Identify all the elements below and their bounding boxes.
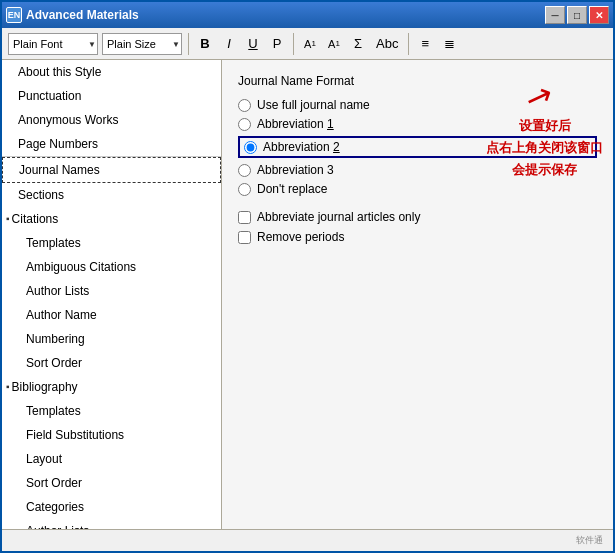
sidebar-item-categories[interactable]: Categories xyxy=(2,495,221,519)
sidebar-item-author-name[interactable]: Author Name xyxy=(2,303,221,327)
bibliography-expand-icon: ▪ xyxy=(6,378,10,396)
sidebar-item-cit-templates[interactable]: Templates xyxy=(2,231,221,255)
sidebar-item-sort-order[interactable]: Sort Order xyxy=(2,351,221,375)
sidebar-item-page-numbers[interactable]: Page Numbers xyxy=(2,132,221,157)
subscript-button[interactable]: A1 xyxy=(324,33,344,55)
radio-dont-input[interactable] xyxy=(238,183,251,196)
sigma-button[interactable]: Σ xyxy=(348,33,368,55)
checkbox-abbreviate-input[interactable] xyxy=(238,211,251,224)
sidebar-item-citations[interactable]: ▪ Citations xyxy=(2,207,221,231)
maximize-button[interactable]: □ xyxy=(567,6,587,24)
status-bar: 软件通 xyxy=(2,529,613,551)
font-dropdown[interactable]: Plain Font xyxy=(8,33,98,55)
right-panel: Journal Name Format Use full journal nam… xyxy=(222,60,613,529)
sidebar-item-numbering[interactable]: Numbering xyxy=(2,327,221,351)
sidebar-item-author-lists[interactable]: Author Lists xyxy=(2,279,221,303)
sidebar-item-journal-names[interactable]: Journal Names xyxy=(2,157,221,183)
annotation-container: ↗ 设置好后 点右上角关闭该窗口 会提示保存 xyxy=(486,115,603,181)
sidebar-item-sections[interactable]: Sections xyxy=(2,183,221,207)
plain-button[interactable]: P xyxy=(267,33,287,55)
close-button[interactable]: ✕ xyxy=(589,6,609,24)
main-window: EN Advanced Materials ─ □ ✕ Plain Font ▼… xyxy=(0,0,615,553)
window-title: Advanced Materials xyxy=(26,8,545,22)
checkbox-remove-input[interactable] xyxy=(238,231,251,244)
status-logo: 软件通 xyxy=(576,534,603,547)
sidebar-item-bib-sort[interactable]: Sort Order xyxy=(2,471,221,495)
window-controls: ─ □ ✕ xyxy=(545,6,609,24)
checkbox-group: Abbreviate journal articles only Remove … xyxy=(238,210,597,244)
sidebar-item-anonymous[interactable]: Anonymous Works xyxy=(2,108,221,132)
left-panel: About this Style Punctuation Anonymous W… xyxy=(2,60,222,529)
app-icon: EN xyxy=(6,7,22,23)
checkbox-remove-periods[interactable]: Remove periods xyxy=(238,230,597,244)
sidebar-item-punctuation[interactable]: Punctuation xyxy=(2,84,221,108)
toolbar-separator-2 xyxy=(293,33,294,55)
toolbar-separator-3 xyxy=(408,33,409,55)
sidebar-item-ambiguous[interactable]: Ambiguous Citations xyxy=(2,255,221,279)
sidebar-item-field-subs[interactable]: Field Substitutions xyxy=(2,423,221,447)
superscript-button[interactable]: A1 xyxy=(300,33,320,55)
radio-dont-replace[interactable]: Don't replace xyxy=(238,182,597,196)
radio-abbr2-input[interactable] xyxy=(244,141,257,154)
toolbar-separator-1 xyxy=(188,33,189,55)
annotation-text: 设置好后 点右上角关闭该窗口 会提示保存 xyxy=(486,115,603,181)
underline-button[interactable]: U xyxy=(243,33,263,55)
sidebar-item-bibliography[interactable]: ▪ Bibliography xyxy=(2,375,221,399)
sidebar-item-layout[interactable]: Layout xyxy=(2,447,221,471)
title-bar: EN Advanced Materials ─ □ ✕ xyxy=(2,2,613,28)
sidebar-item-about[interactable]: About this Style xyxy=(2,60,221,84)
size-dropdown[interactable]: Plain Size xyxy=(102,33,182,55)
sidebar-item-bib-templates[interactable]: Templates xyxy=(2,399,221,423)
abc-button[interactable]: Abc xyxy=(372,33,402,55)
align-right-button[interactable]: ≣ xyxy=(439,33,459,55)
radio-abbr3-input[interactable] xyxy=(238,164,251,177)
bold-button[interactable]: B xyxy=(195,33,215,55)
minimize-button[interactable]: ─ xyxy=(545,6,565,24)
checkbox-abbreviate-only[interactable]: Abbreviate journal articles only xyxy=(238,210,597,224)
main-area: About this Style Punctuation Anonymous W… xyxy=(2,60,613,529)
align-left-button[interactable]: ≡ xyxy=(415,33,435,55)
toolbar: Plain Font ▼ Plain Size ▼ B I U P A1 A1 … xyxy=(2,28,613,60)
radio-full-input[interactable] xyxy=(238,99,251,112)
sidebar-item-bib-author-lists[interactable]: Author Lists xyxy=(2,519,221,529)
radio-abbr1-input[interactable] xyxy=(238,118,251,131)
font-dropdown-wrap: Plain Font ▼ xyxy=(8,33,98,55)
size-dropdown-wrap: Plain Size ▼ xyxy=(102,33,182,55)
italic-button[interactable]: I xyxy=(219,33,239,55)
citations-expand-icon: ▪ xyxy=(6,210,10,228)
